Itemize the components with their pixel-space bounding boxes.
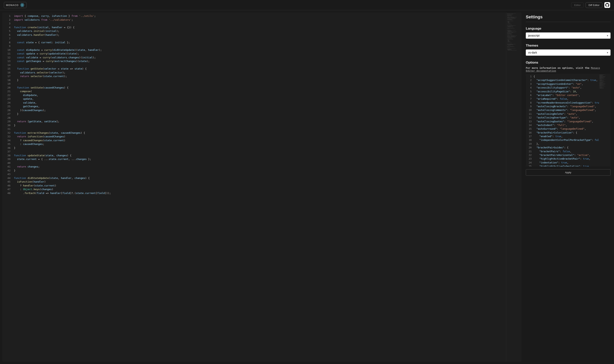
react-icon (20, 3, 24, 7)
logo: MONACO (4, 2, 27, 8)
main-editor[interactable]: 1234567891011121314151617181920212223242… (2, 13, 522, 362)
options-label: Options (526, 61, 611, 65)
options-minimap[interactable]: { "acceptSuggestionOnCommitCharacter": t… (599, 74, 611, 167)
editor-tab-button[interactable]: Editor (571, 2, 584, 8)
header-actions: Editor Diff Editor (571, 2, 610, 8)
main-content: 1234567891011121314151617181920212223242… (0, 10, 614, 364)
app-header: MONACO Editor Diff Editor (0, 0, 614, 10)
logo-text: MONACO (6, 4, 19, 7)
options-editor[interactable]: 1234567891011121314151617181920212223242… (526, 74, 611, 167)
code-content[interactable]: import { compose, curry, isFunction } fr… (14, 13, 506, 362)
svg-point-0 (22, 5, 23, 5)
language-label: Language (526, 27, 611, 30)
settings-panel: Settings Language javascript ▾ Themes vs… (525, 13, 612, 362)
diff-editor-tab-button[interactable]: Diff Editor (586, 2, 602, 8)
settings-title: Settings (526, 14, 611, 22)
theme-select[interactable]: vs-dark (526, 50, 611, 56)
line-numbers: 1234567891011121314151617181920212223242… (2, 13, 14, 362)
language-select[interactable]: javascript (526, 32, 611, 39)
github-icon (605, 3, 609, 7)
options-info: For more information on options, visit t… (526, 66, 611, 72)
options-line-numbers: 1234567891011121314151617181920212223242… (526, 74, 533, 167)
apply-button[interactable]: Apply (526, 169, 611, 176)
minimap[interactable]: import { compose, curry, isFunction } fr… (506, 13, 522, 362)
options-code-content[interactable]: { "acceptSuggestionOnCommitCharacter": t… (533, 74, 599, 167)
github-link[interactable] (604, 2, 610, 8)
themes-label: Themes (526, 44, 611, 48)
